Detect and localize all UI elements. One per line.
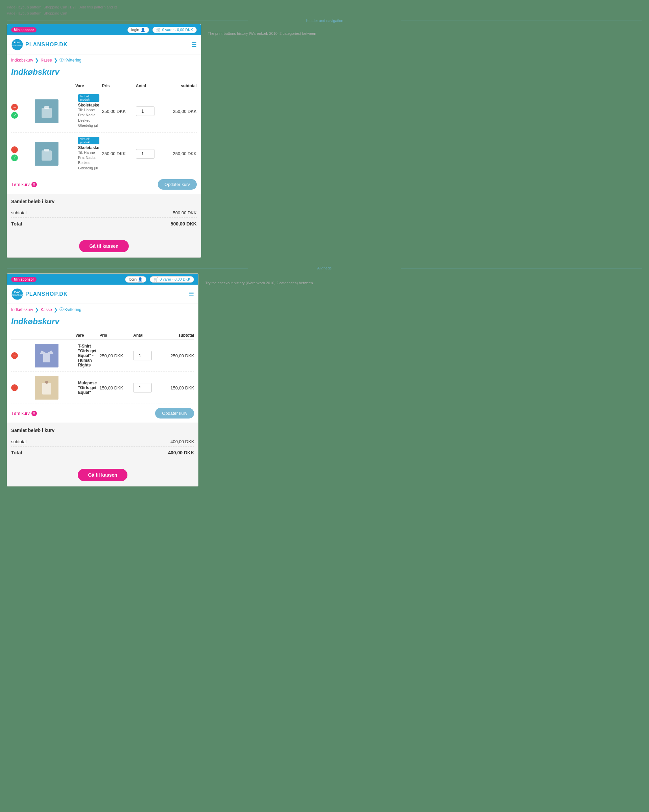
subtotal-label-1: subtotal [11,210,27,215]
summary-title-2: Samlet beløb i kurv [11,427,194,433]
cart-content-2: Vare Pris Antal subtotal − [7,331,198,423]
cart-row-1-2: − ✓ Virtuelt produkt [11,133,197,176]
cart-label-1: 0 varer - 0,00 DKK [162,28,193,32]
cart-button-2[interactable]: 🛒 0 varer - 0,00 DKK [150,276,194,282]
product-fra-1-2: Fra: Nadia [78,155,99,160]
qty-input-2-1[interactable] [133,351,152,360]
shop-widget-1: Min sponsor login 👤 🛒 0 varer - 0,00 DKK [7,24,201,258]
cart-row-2-1: − T-Shirt "Girls get Equal" - Human Righ… [11,340,194,372]
breadcrumb-kasse-1[interactable]: Kasse [41,58,52,63]
col-vare-2: Vare [75,333,99,338]
breadcrumb-sep-2a: ❯ [35,307,39,312]
login-button-2[interactable]: login 👤 [125,276,147,282]
login-button-1[interactable]: login 👤 [127,27,149,33]
product-besked-1-2: Besked: Glædelig jul [78,160,99,171]
right-panel-1: The print-buttons history (Warenkorb 201… [208,24,642,263]
cart-table-header-2: Vare Pris Antal subtotal [11,331,194,340]
edit-button-1-1[interactable]: ✓ [11,112,18,119]
cart-button-1[interactable]: 🛒 0 varer - 0,00 DKK [153,27,197,33]
breadcrumb-indkobskurv-2[interactable]: Indkøbskurv [11,307,33,312]
cart-summary-2: Samlet beløb i kurv subtotal 400,00 DKK … [7,423,198,464]
qty-wrap-1-2 [136,149,163,159]
row-actions-2-1: − [11,352,21,359]
col-vare-1: Vare [75,84,102,88]
summary-total-row-2: Total 400,00 DKK [11,447,194,459]
right-panel-2: Try the checkout history (Warenkorb 2010… [205,273,642,491]
page-pattern-label2: Page (layout) pattern: Shopping Cart [7,11,67,15]
product-image-2-1 [35,344,58,368]
hamburger-icon-2[interactable]: ☰ [189,290,194,298]
top-bar-1: Min sponsor login 👤 🛒 0 varer - 0,00 DKK [7,24,201,35]
qty-input-2-2[interactable] [133,383,152,392]
update-cart-button-2[interactable]: Opdater kurv [155,408,194,418]
svg-rect-5 [44,106,49,109]
cart-summary-1: Samlet beløb i kurv subtotal 500,00 DKK … [7,194,201,235]
product-price-1-2: 250,00 DKK [102,151,136,156]
sponsor-badge-2: Min sponsor [11,277,37,282]
svg-rect-7 [41,150,52,160]
shop-widget-2: Min sponsor login 👤 🛒 0 varer - 0,00 DKK [7,273,199,487]
clear-cart-button-1[interactable]: Tøm kurv 0 [11,182,37,187]
person-icon-2: 👤 [138,277,143,282]
nav-bar-1: PLAN INTERNATIONAL PLANSHOP.DK ☰ [7,35,201,55]
breadcrumb-bar-2: Indkøbskurv ❯ Kasse ❯ ⓘ Kvittering [7,304,198,315]
breadcrumb-bar-1: Indkøbskurv ❯ Kasse ❯ ⓘ Kvittering [7,55,201,66]
breadcrumb-sep-1a: ❯ [35,58,39,63]
checkout-button-2[interactable]: Gå til kassen [78,469,127,481]
product-name-1-2: Skoletaske [78,145,99,150]
remove-button-2-2[interactable]: − [11,385,18,391]
svg-rect-14 [42,383,51,394]
clear-cart-badge-1: 0 [31,182,37,187]
widget1-panel: Min sponsor login 👤 🛒 0 varer - 0,00 DKK [7,24,201,263]
remove-button-1-2[interactable]: − [11,147,18,153]
total-label-2: Total [11,450,22,455]
svg-text:INTERNATIONAL: INTERNATIONAL [11,294,23,296]
clear-cart-button-2[interactable]: Tøm kurv 0 [11,411,37,416]
cart-row-2-2: − Mulepose "Girls get Equal" [11,372,194,404]
hamburger-icon-1[interactable]: ☰ [191,41,197,48]
edit-button-1-2[interactable]: ✓ [11,154,18,161]
product-info-1-2: Virtuelt produkt Skoletaske Til: Hanne F… [75,137,102,171]
widget2-panel: Min sponsor login 👤 🛒 0 varer - 0,00 DKK [7,273,199,491]
total-label-1: Total [11,221,22,226]
col-subtotal-1: subtotal [163,84,197,88]
svg-rect-4 [41,108,52,118]
product-price-1-1: 250,00 DKK [102,109,136,114]
label-add: Add this pattern and its [79,5,118,9]
info-icon-1: ⓘ [60,57,64,63]
summary-subtotal-row-2: subtotal 400,00 DKK [11,437,194,447]
product-til-1-2: Til: Hanne [78,150,99,155]
sponsor-badge-1: Min sponsor [11,27,37,32]
breadcrumb-sep-2b: ❯ [54,307,58,312]
total-value-1: 500,00 DKK [171,221,197,226]
col-antal-1: Antal [136,84,163,88]
remove-button-2-1[interactable]: − [11,352,18,359]
page-title-2: Indkøbskurv [7,315,198,331]
subtotal-label-2: subtotal [11,439,27,444]
update-cart-button-1[interactable]: Opdater kurv [158,179,197,190]
virtual-badge-1-2: Virtuelt produkt [78,137,99,144]
breadcrumb-kasse-2[interactable]: Kasse [41,307,52,312]
subtotal-value-1: 500,00 DKK [173,210,197,215]
cart-footer-row-2: Tøm kurv 0 Opdater kurv [11,404,194,423]
svg-text:PLAN: PLAN [14,41,20,44]
col-pris-2: Pris [99,333,133,338]
product-info-2-1: T-Shirt "Girls get Equal" - Human Rights [75,344,99,368]
login-label-1: login [131,28,139,32]
remove-button-1-1[interactable]: − [11,104,18,111]
qty-input-1-2[interactable] [136,149,154,159]
cart-icon-1: 🛒 [156,28,161,32]
row-actions-1-2: − ✓ [11,147,21,161]
qty-input-1-1[interactable] [136,107,154,116]
plan-logo-icon-2: PLAN INTERNATIONAL [11,288,23,300]
person-icon-1: 👤 [140,28,145,32]
svg-text:PLAN: PLAN [14,291,20,293]
product-image-1-2 [35,142,58,166]
qty-wrap-2-2 [133,383,160,392]
breadcrumb-indkobskurv-1[interactable]: Indkøbskurv [11,58,33,63]
row-actions-1-1: − ✓ [11,104,21,119]
cart-footer-row-1: Tøm kurv 0 Opdater kurv [11,175,197,194]
clear-cart-badge-2: 0 [31,411,37,416]
logo-text-2: PLANSHOP.DK [25,291,67,297]
checkout-button-1[interactable]: Gå til kassen [79,240,128,252]
